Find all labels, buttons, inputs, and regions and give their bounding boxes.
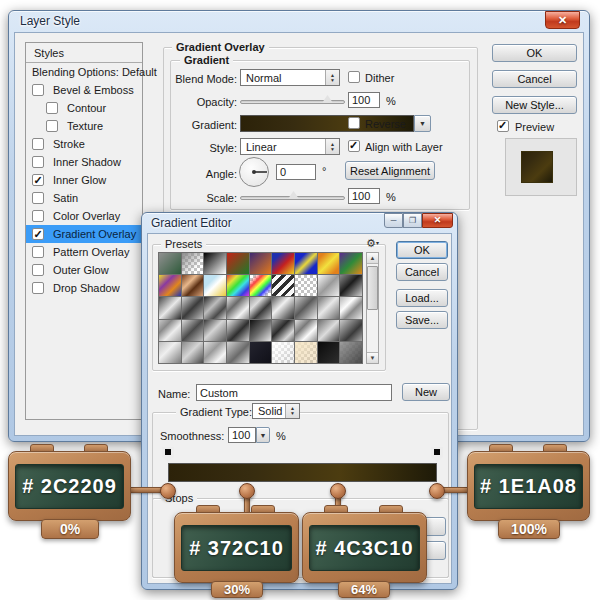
gradient-preset-swatch[interactable]: [250, 253, 272, 274]
opacity-stop-right[interactable]: [431, 447, 443, 462]
gradient-preset-swatch[interactable]: [182, 253, 204, 274]
gradient-preset-swatch[interactable]: [272, 297, 294, 318]
gradient-editor-close-button[interactable]: ✕: [422, 213, 453, 228]
gradient-preset-swatch[interactable]: [182, 275, 204, 296]
styles-list-item[interactable]: Pattern Overlay: [26, 243, 142, 261]
checked-checkbox[interactable]: ✓: [32, 228, 44, 240]
align-with-layer-checkbox[interactable]: ✓: [348, 140, 360, 152]
gradient-preset-swatch[interactable]: [295, 320, 317, 341]
gradient-preset-swatch[interactable]: [159, 297, 181, 318]
unchecked-checkbox[interactable]: [32, 138, 44, 150]
gradient-editor-maximize-button[interactable]: ❐: [403, 213, 422, 228]
gradient-preset-swatch[interactable]: [340, 342, 362, 363]
gradient-preset-swatch[interactable]: [340, 320, 362, 341]
gradient-preset-swatch[interactable]: [272, 320, 294, 341]
gradient-preset-swatch[interactable]: [182, 320, 204, 341]
presets-scrollbar[interactable]: ▲ ▼: [366, 252, 379, 364]
scroll-up-icon[interactable]: ▲: [367, 253, 378, 264]
gradient-dropdown-button[interactable]: ▼: [414, 115, 431, 132]
scrollbar-thumb[interactable]: [367, 266, 378, 310]
gradient-preset-swatch[interactable]: [204, 342, 226, 363]
gradient-preset-swatch[interactable]: [227, 320, 249, 341]
gradient-preset-swatch[interactable]: [159, 275, 181, 296]
blend-mode-dropdown[interactable]: Normal ▲▼: [240, 69, 340, 86]
gradient-preset-swatch[interactable]: [204, 275, 226, 296]
scroll-down-icon[interactable]: ▼: [367, 352, 378, 363]
gradient-preset-swatch[interactable]: [250, 297, 272, 318]
gradient-preset-swatch[interactable]: [295, 342, 317, 363]
unchecked-checkbox[interactable]: [32, 84, 44, 96]
styles-list-item[interactable]: ✓Inner Glow: [26, 171, 142, 189]
angle-input[interactable]: 0: [276, 164, 316, 180]
styles-list-item[interactable]: Blending Options: Default: [26, 63, 142, 81]
styles-list-item[interactable]: ✓Gradient Overlay: [26, 225, 142, 243]
styles-list-item[interactable]: Color Overlay: [26, 207, 142, 225]
smoothness-dropdown-button[interactable]: ▼: [256, 427, 270, 443]
gradient-preset-swatch[interactable]: [204, 297, 226, 318]
smoothness-input[interactable]: 100: [228, 427, 256, 443]
unchecked-checkbox[interactable]: [32, 282, 44, 294]
opacity-input[interactable]: 100: [348, 92, 380, 108]
unchecked-checkbox[interactable]: [32, 246, 44, 258]
gradient-preset-swatch[interactable]: [204, 253, 226, 274]
gradient-preset-swatch[interactable]: [204, 320, 226, 341]
gradient-preset-swatch[interactable]: [272, 253, 294, 274]
styles-list-item[interactable]: Contour: [26, 99, 142, 117]
load-button[interactable]: Load...: [396, 289, 448, 307]
gradient-preset-swatch[interactable]: [227, 275, 249, 296]
unchecked-checkbox[interactable]: [32, 192, 44, 204]
gradient-preset-swatch[interactable]: [159, 320, 181, 341]
styles-list-item[interactable]: Bevel & Emboss: [26, 81, 142, 99]
gradient-preset-swatch[interactable]: [182, 342, 204, 363]
editor-ok-button[interactable]: OK: [396, 241, 448, 259]
unchecked-checkbox[interactable]: [32, 264, 44, 276]
gradient-preset-swatch[interactable]: [340, 275, 362, 296]
gradient-type-dropdown[interactable]: Solid ▲▼: [252, 403, 300, 419]
cancel-button[interactable]: Cancel: [492, 70, 577, 88]
checked-checkbox[interactable]: ✓: [32, 174, 44, 186]
preview-checkbox[interactable]: ✓: [497, 120, 509, 132]
styles-list-item[interactable]: Outer Glow: [26, 261, 142, 279]
gradient-preset-swatch[interactable]: [340, 253, 362, 274]
styles-list-item[interactable]: Drop Shadow: [26, 279, 142, 297]
new-style-button[interactable]: New Style...: [492, 96, 577, 114]
gradient-preset-swatch[interactable]: [272, 275, 294, 296]
styles-list-item[interactable]: Satin: [26, 189, 142, 207]
gradient-preset-swatch[interactable]: [250, 342, 272, 363]
unchecked-checkbox[interactable]: [32, 156, 44, 168]
gradient-preset-swatch[interactable]: [182, 297, 204, 318]
gradient-preset-swatch[interactable]: [250, 275, 272, 296]
gradient-preset-swatch[interactable]: [295, 253, 317, 274]
styles-list-item[interactable]: Stroke: [26, 135, 142, 153]
gradient-preset-swatch[interactable]: [159, 342, 181, 363]
name-input[interactable]: Custom: [196, 384, 392, 401]
gradient-preview-bar[interactable]: [168, 463, 437, 482]
unchecked-checkbox[interactable]: [32, 210, 44, 222]
gradient-preset-swatch[interactable]: [318, 253, 340, 274]
gradient-preset-swatch[interactable]: [318, 275, 340, 296]
styles-list-item[interactable]: Inner Shadow: [26, 153, 142, 171]
layer-style-close-button[interactable]: ✕: [545, 11, 580, 29]
style-dropdown[interactable]: Linear ▲▼: [240, 138, 340, 155]
gradient-preset-swatch[interactable]: [159, 253, 181, 274]
new-button[interactable]: New: [402, 383, 450, 401]
gradient-preset-swatch[interactable]: [318, 342, 340, 363]
unchecked-checkbox[interactable]: [46, 102, 58, 114]
unchecked-checkbox[interactable]: [46, 120, 58, 132]
gradient-preset-swatch[interactable]: [340, 297, 362, 318]
gradient-preset-swatch[interactable]: [295, 297, 317, 318]
gradient-preset-swatch[interactable]: [272, 342, 294, 363]
styles-list-item[interactable]: Texture: [26, 117, 142, 135]
editor-cancel-button[interactable]: Cancel: [396, 263, 448, 281]
presets-menu-button[interactable]: ⚙▾: [366, 237, 379, 250]
scale-input[interactable]: 100: [348, 188, 380, 204]
gradient-preset-swatch[interactable]: [250, 320, 272, 341]
reverse-checkbox[interactable]: ✓: [348, 117, 360, 129]
gradient-preset-swatch[interactable]: [227, 342, 249, 363]
angle-dial[interactable]: [239, 157, 269, 187]
gradient-preset-swatch[interactable]: [318, 320, 340, 341]
ok-button[interactable]: OK: [492, 44, 577, 62]
gradient-preset-swatch[interactable]: [227, 253, 249, 274]
gradient-preset-swatch[interactable]: [295, 275, 317, 296]
reset-alignment-button[interactable]: Reset Alignment: [345, 161, 435, 180]
